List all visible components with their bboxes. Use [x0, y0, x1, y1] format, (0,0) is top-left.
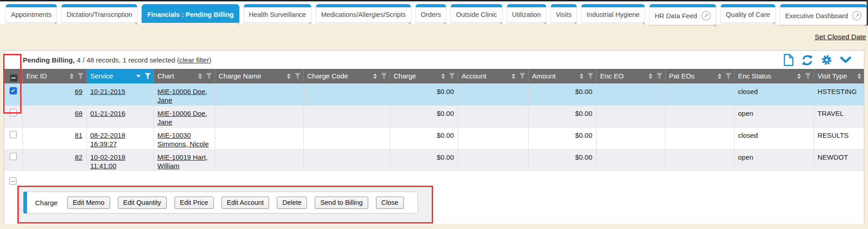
sort-icon[interactable] [441, 73, 445, 79]
sort-icon[interactable] [373, 73, 377, 79]
charge-code-cell [303, 83, 390, 105]
column-label: Charge [394, 72, 416, 80]
service-link[interactable]: 10-02-2018 11:41:00 [90, 153, 126, 170]
filter-icon[interactable] [805, 73, 811, 79]
sort-icon[interactable] [512, 73, 515, 79]
visit-type-cell: RESULTS [814, 127, 864, 149]
column-header-charge-name[interactable]: Charge Name [215, 69, 303, 83]
filter-icon[interactable] [206, 73, 212, 79]
module-tab-bar: Appointments Dictation/Transcription Fin… [0, 1, 868, 24]
enc-id-link[interactable]: 69 [75, 88, 83, 95]
sort-icon[interactable] [718, 73, 721, 79]
column-header-enc-status[interactable]: Enc Status [734, 69, 814, 83]
sort-icon[interactable] [198, 73, 202, 79]
table-row[interactable]: 81 08-22-2018 16:39:27 MIE-10030 Simmons… [4, 127, 864, 149]
visit-type-cell: TRAVEL [814, 105, 864, 127]
column-header-enc-id[interactable]: Enc ID [22, 69, 86, 83]
table-row[interactable]: ✔ 69 10-21-2015 MIE-10006 Doe, Jane $0.0… [4, 83, 864, 105]
sort-icon[interactable] [580, 73, 583, 79]
tab-outside-clinic[interactable]: Outside Clinic [450, 4, 502, 23]
gear-icon[interactable] [821, 54, 832, 66]
tab-label: Quality of Care [726, 11, 770, 18]
select-all-checkbox[interactable] [10, 74, 17, 82]
tab-industrial-hygiene[interactable]: Industrial Hygiene [581, 4, 645, 23]
enc-id-link[interactable]: 82 [75, 153, 83, 161]
column-header-amount[interactable]: Amount [528, 69, 596, 83]
column-header-charge[interactable]: Charge [390, 69, 458, 83]
page-subheader: Set Closed Date [0, 24, 868, 50]
charge-name-cell [215, 83, 303, 105]
column-label: Service [90, 72, 113, 80]
filter-icon[interactable] [449, 73, 455, 79]
chart-link[interactable]: MIE-10019 Hart, William [158, 153, 208, 170]
tab-utilization[interactable]: Utilization [507, 4, 546, 23]
row-checkbox[interactable] [10, 153, 17, 160]
row-checkbox[interactable] [10, 131, 17, 138]
account-cell [458, 127, 528, 149]
tab-health-surveillance[interactable]: Health Surveillance [243, 4, 312, 23]
tab-appointments[interactable]: Appointments [5, 4, 57, 23]
chart-link[interactable]: MIE-10006 Doe, Jane [158, 109, 207, 126]
column-header-service[interactable]: Service [86, 69, 153, 83]
tab-hr-data-feed[interactable]: HR Data Feed↗ [649, 4, 716, 25]
edit-memo-button[interactable]: Edit Memo [67, 197, 110, 209]
filter-icon[interactable] [656, 73, 662, 79]
charge-cell: $0.00 [390, 105, 458, 127]
service-link[interactable]: 10-21-2015 [90, 88, 126, 95]
close-button[interactable]: Close [376, 197, 404, 209]
service-link[interactable]: 08-22-2018 16:39:27 [90, 131, 126, 148]
edit-account-button[interactable]: Edit Account [222, 197, 270, 209]
refresh-icon[interactable] [801, 55, 813, 66]
sort-descending-icon[interactable] [136, 75, 141, 78]
tab-dictation-transcription[interactable]: Dictation/Transcription [61, 4, 138, 23]
filter-icon[interactable] [145, 73, 151, 79]
table-row[interactable]: 82 10-02-2018 11:41:00 MIE-10019 Hart, W… [4, 149, 864, 171]
column-header-charge-code[interactable]: Charge Code [303, 69, 390, 83]
table-row[interactable]: 68 01-21-2016 MIE-10006 Doe, Jane $0.00 … [4, 105, 864, 127]
enc-status-cell: open [734, 105, 814, 127]
enc-id-link[interactable]: 68 [75, 109, 83, 117]
new-document-icon[interactable] [783, 54, 794, 66]
service-link[interactable]: 01-21-2016 [90, 109, 126, 117]
row-checkbox[interactable] [10, 109, 17, 116]
delete-button[interactable]: Delete [277, 197, 307, 209]
chevron-down-icon[interactable] [840, 57, 851, 63]
filter-icon[interactable] [519, 73, 525, 79]
tab-medications-allergies-scripts[interactable]: Medications/Allergies/Scripts [316, 4, 411, 23]
tab-visits[interactable]: Visits [550, 4, 577, 23]
tab-executive-dashboard[interactable]: Executive Dashboard↗ [780, 4, 868, 25]
column-label: Enc Status [738, 72, 772, 80]
column-header-pat-eos[interactable]: Pat EOs [665, 69, 734, 83]
sort-icon[interactable] [857, 73, 861, 79]
sort-icon[interactable] [797, 73, 801, 79]
record-summary: 4 / 48 records, 1 record selected ( [77, 56, 179, 64]
collapse-group-button[interactable] [9, 177, 16, 185]
tab-financials-pending-billing[interactable]: Financials : Pending Billing [142, 4, 239, 23]
column-header-account[interactable]: Account [458, 69, 528, 83]
enc-id-link[interactable]: 81 [75, 131, 83, 139]
send-to-billing-button[interactable]: Send to Billing [315, 197, 368, 209]
filter-icon[interactable] [381, 73, 387, 79]
row-checkbox-checked[interactable]: ✔ [10, 87, 17, 94]
set-closed-date-link[interactable]: Set Closed Date [815, 33, 866, 41]
filter-icon[interactable] [295, 73, 301, 79]
edit-price-button[interactable]: Edit Price [175, 197, 214, 209]
filter-icon[interactable] [587, 73, 593, 79]
chart-link[interactable]: MIE-10006 Doe, Jane [158, 88, 207, 104]
filter-icon[interactable] [725, 73, 731, 79]
tab-orders[interactable]: Orders [415, 4, 446, 23]
filter-icon[interactable] [78, 73, 84, 79]
sort-icon[interactable] [649, 73, 652, 79]
tab-quality-of-care[interactable]: Quality of Care [720, 4, 776, 23]
edit-quantity-button[interactable]: Edit Quantity [118, 197, 167, 209]
column-header-enc-eo[interactable]: Enc EO [596, 69, 665, 83]
grid-toolbar-icons [783, 54, 851, 66]
sort-icon[interactable] [287, 73, 291, 79]
column-header-visit-type[interactable]: Visit Type [814, 69, 864, 83]
clear-filter-link[interactable]: clear filter [180, 56, 209, 64]
sort-icon[interactable] [70, 73, 74, 79]
pat-eos-cell [665, 127, 734, 149]
external-link-icon: ↗ [852, 11, 862, 21]
chart-link[interactable]: MIE-10030 Simmons, Nicole [158, 131, 209, 148]
column-header-chart[interactable]: Chart [153, 69, 215, 83]
